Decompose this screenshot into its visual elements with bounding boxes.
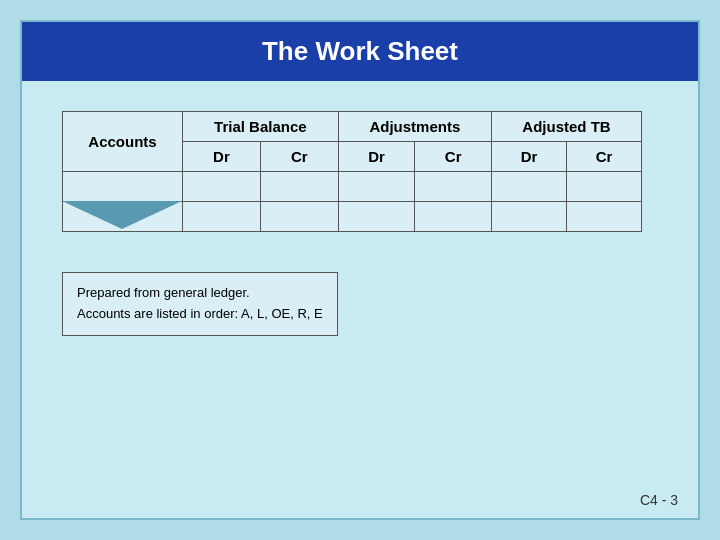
title-bar: The Work Sheet — [22, 22, 698, 81]
table-row — [63, 172, 642, 202]
adjustments-dr: Dr — [338, 142, 415, 172]
adj-dr-cell-2 — [338, 202, 415, 232]
adj-cr-cell-2 — [415, 202, 492, 232]
tb-dr-cell-2 — [183, 202, 261, 232]
slide-number: C4 - 3 — [640, 492, 678, 508]
atb-cr-cell — [566, 172, 641, 202]
note-box: Prepared from general ledger. Accounts a… — [62, 272, 338, 336]
adjusted-tb-header: Adjusted TB — [492, 112, 642, 142]
trial-balance-cr: Cr — [260, 142, 338, 172]
arrow-indicator — [62, 201, 182, 229]
trial-balance-dr: Dr — [183, 142, 261, 172]
atb-dr-cell-2 — [492, 202, 567, 232]
trial-balance-header: Trial Balance — [183, 112, 339, 142]
accounts-header: Accounts — [63, 112, 183, 172]
atb-cr-cell-2 — [566, 202, 641, 232]
content-area: Accounts Trial Balance Adjustments Adjus… — [22, 81, 698, 356]
table-header-top: Accounts Trial Balance Adjustments Adjus… — [63, 112, 642, 142]
note-line-2: Accounts are listed in order: A, L, OE, … — [77, 304, 323, 325]
atb-dr-cell — [492, 172, 567, 202]
tb-cr-cell-2 — [260, 202, 338, 232]
accounts-data-cell — [63, 172, 183, 202]
adj-cr-cell — [415, 172, 492, 202]
adjustments-header: Adjustments — [338, 112, 491, 142]
slide-container: The Work Sheet Accounts Trial Balance Ad… — [20, 20, 700, 520]
worksheet-table: Accounts Trial Balance Adjustments Adjus… — [62, 111, 642, 232]
adj-dr-cell — [338, 172, 415, 202]
adjusted-tb-cr: Cr — [566, 142, 641, 172]
slide-title: The Work Sheet — [262, 36, 458, 66]
adjusted-tb-dr: Dr — [492, 142, 567, 172]
tb-cr-cell — [260, 172, 338, 202]
adjustments-cr: Cr — [415, 142, 492, 172]
tb-dr-cell — [183, 172, 261, 202]
note-line-1: Prepared from general ledger. — [77, 283, 323, 304]
